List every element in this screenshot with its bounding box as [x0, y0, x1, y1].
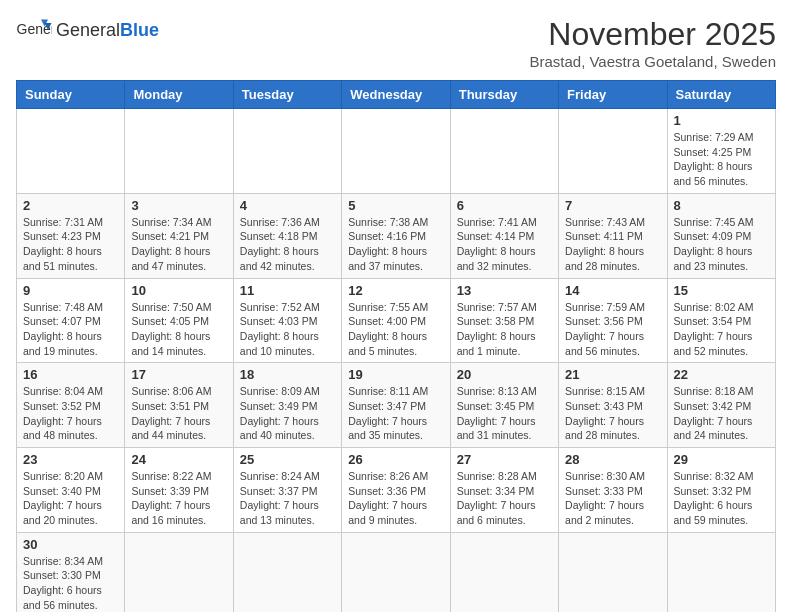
day-cell: 7Sunrise: 7:43 AM Sunset: 4:11 PM Daylig… — [559, 193, 667, 278]
day-cell: 16Sunrise: 8:04 AM Sunset: 3:52 PM Dayli… — [17, 363, 125, 448]
day-number: 16 — [23, 367, 118, 382]
day-cell: 9Sunrise: 7:48 AM Sunset: 4:07 PM Daylig… — [17, 278, 125, 363]
day-info: Sunrise: 8:30 AM Sunset: 3:33 PM Dayligh… — [565, 469, 660, 528]
week-row-6: 30Sunrise: 8:34 AM Sunset: 3:30 PM Dayli… — [17, 532, 776, 612]
day-cell: 23Sunrise: 8:20 AM Sunset: 3:40 PM Dayli… — [17, 448, 125, 533]
week-row-2: 2Sunrise: 7:31 AM Sunset: 4:23 PM Daylig… — [17, 193, 776, 278]
week-row-4: 16Sunrise: 8:04 AM Sunset: 3:52 PM Dayli… — [17, 363, 776, 448]
logo-text: GeneralBlue — [56, 20, 159, 40]
day-number: 25 — [240, 452, 335, 467]
day-info: Sunrise: 7:59 AM Sunset: 3:56 PM Dayligh… — [565, 300, 660, 359]
weekday-header-tuesday: Tuesday — [233, 81, 341, 109]
day-cell — [17, 109, 125, 194]
day-cell: 21Sunrise: 8:15 AM Sunset: 3:43 PM Dayli… — [559, 363, 667, 448]
day-info: Sunrise: 7:29 AM Sunset: 4:25 PM Dayligh… — [674, 130, 769, 189]
month-title: November 2025 — [529, 16, 776, 53]
day-cell: 11Sunrise: 7:52 AM Sunset: 4:03 PM Dayli… — [233, 278, 341, 363]
day-cell — [125, 109, 233, 194]
day-number: 26 — [348, 452, 443, 467]
day-cell: 1Sunrise: 7:29 AM Sunset: 4:25 PM Daylig… — [667, 109, 775, 194]
day-info: Sunrise: 7:57 AM Sunset: 3:58 PM Dayligh… — [457, 300, 552, 359]
day-cell: 2Sunrise: 7:31 AM Sunset: 4:23 PM Daylig… — [17, 193, 125, 278]
calendar: SundayMondayTuesdayWednesdayThursdayFrid… — [16, 80, 776, 612]
day-number: 18 — [240, 367, 335, 382]
day-number: 24 — [131, 452, 226, 467]
day-info: Sunrise: 8:22 AM Sunset: 3:39 PM Dayligh… — [131, 469, 226, 528]
weekday-header-monday: Monday — [125, 81, 233, 109]
day-cell: 18Sunrise: 8:09 AM Sunset: 3:49 PM Dayli… — [233, 363, 341, 448]
week-row-5: 23Sunrise: 8:20 AM Sunset: 3:40 PM Dayli… — [17, 448, 776, 533]
day-cell: 30Sunrise: 8:34 AM Sunset: 3:30 PM Dayli… — [17, 532, 125, 612]
day-cell: 28Sunrise: 8:30 AM Sunset: 3:33 PM Dayli… — [559, 448, 667, 533]
day-info: Sunrise: 8:28 AM Sunset: 3:34 PM Dayligh… — [457, 469, 552, 528]
day-info: Sunrise: 8:11 AM Sunset: 3:47 PM Dayligh… — [348, 384, 443, 443]
day-info: Sunrise: 8:26 AM Sunset: 3:36 PM Dayligh… — [348, 469, 443, 528]
day-number: 3 — [131, 198, 226, 213]
day-number: 9 — [23, 283, 118, 298]
day-cell: 10Sunrise: 7:50 AM Sunset: 4:05 PM Dayli… — [125, 278, 233, 363]
day-cell: 3Sunrise: 7:34 AM Sunset: 4:21 PM Daylig… — [125, 193, 233, 278]
day-cell: 24Sunrise: 8:22 AM Sunset: 3:39 PM Dayli… — [125, 448, 233, 533]
day-number: 1 — [674, 113, 769, 128]
day-number: 13 — [457, 283, 552, 298]
day-info: Sunrise: 8:32 AM Sunset: 3:32 PM Dayligh… — [674, 469, 769, 528]
day-info: Sunrise: 7:34 AM Sunset: 4:21 PM Dayligh… — [131, 215, 226, 274]
day-number: 23 — [23, 452, 118, 467]
day-cell — [342, 532, 450, 612]
day-info: Sunrise: 8:09 AM Sunset: 3:49 PM Dayligh… — [240, 384, 335, 443]
title-area: November 2025 Brastad, Vaestra Goetaland… — [529, 16, 776, 70]
day-cell — [559, 532, 667, 612]
day-number: 17 — [131, 367, 226, 382]
weekday-header-row: SundayMondayTuesdayWednesdayThursdayFrid… — [17, 81, 776, 109]
day-info: Sunrise: 7:50 AM Sunset: 4:05 PM Dayligh… — [131, 300, 226, 359]
day-cell — [559, 109, 667, 194]
day-info: Sunrise: 7:48 AM Sunset: 4:07 PM Dayligh… — [23, 300, 118, 359]
day-info: Sunrise: 7:52 AM Sunset: 4:03 PM Dayligh… — [240, 300, 335, 359]
day-info: Sunrise: 7:45 AM Sunset: 4:09 PM Dayligh… — [674, 215, 769, 274]
day-cell: 14Sunrise: 7:59 AM Sunset: 3:56 PM Dayli… — [559, 278, 667, 363]
day-cell: 20Sunrise: 8:13 AM Sunset: 3:45 PM Dayli… — [450, 363, 558, 448]
day-info: Sunrise: 7:41 AM Sunset: 4:14 PM Dayligh… — [457, 215, 552, 274]
day-info: Sunrise: 8:13 AM Sunset: 3:45 PM Dayligh… — [457, 384, 552, 443]
weekday-header-thursday: Thursday — [450, 81, 558, 109]
day-cell: 19Sunrise: 8:11 AM Sunset: 3:47 PM Dayli… — [342, 363, 450, 448]
day-info: Sunrise: 8:24 AM Sunset: 3:37 PM Dayligh… — [240, 469, 335, 528]
day-info: Sunrise: 8:02 AM Sunset: 3:54 PM Dayligh… — [674, 300, 769, 359]
day-info: Sunrise: 7:43 AM Sunset: 4:11 PM Dayligh… — [565, 215, 660, 274]
day-cell: 22Sunrise: 8:18 AM Sunset: 3:42 PM Dayli… — [667, 363, 775, 448]
week-row-1: 1Sunrise: 7:29 AM Sunset: 4:25 PM Daylig… — [17, 109, 776, 194]
logo: General GeneralBlue — [16, 16, 159, 44]
day-cell: 13Sunrise: 7:57 AM Sunset: 3:58 PM Dayli… — [450, 278, 558, 363]
day-cell — [450, 109, 558, 194]
day-number: 14 — [565, 283, 660, 298]
logo-icon: General — [16, 16, 52, 44]
day-info: Sunrise: 8:20 AM Sunset: 3:40 PM Dayligh… — [23, 469, 118, 528]
day-number: 27 — [457, 452, 552, 467]
day-cell — [233, 109, 341, 194]
day-info: Sunrise: 7:31 AM Sunset: 4:23 PM Dayligh… — [23, 215, 118, 274]
day-info: Sunrise: 8:18 AM Sunset: 3:42 PM Dayligh… — [674, 384, 769, 443]
week-row-3: 9Sunrise: 7:48 AM Sunset: 4:07 PM Daylig… — [17, 278, 776, 363]
day-info: Sunrise: 8:04 AM Sunset: 3:52 PM Dayligh… — [23, 384, 118, 443]
day-cell — [450, 532, 558, 612]
day-number: 2 — [23, 198, 118, 213]
day-cell: 8Sunrise: 7:45 AM Sunset: 4:09 PM Daylig… — [667, 193, 775, 278]
day-cell: 17Sunrise: 8:06 AM Sunset: 3:51 PM Dayli… — [125, 363, 233, 448]
day-info: Sunrise: 7:36 AM Sunset: 4:18 PM Dayligh… — [240, 215, 335, 274]
day-cell: 26Sunrise: 8:26 AM Sunset: 3:36 PM Dayli… — [342, 448, 450, 533]
day-cell: 12Sunrise: 7:55 AM Sunset: 4:00 PM Dayli… — [342, 278, 450, 363]
day-number: 30 — [23, 537, 118, 552]
header: General GeneralBlue November 2025 Brasta… — [16, 16, 776, 70]
day-info: Sunrise: 7:38 AM Sunset: 4:16 PM Dayligh… — [348, 215, 443, 274]
day-cell — [667, 532, 775, 612]
day-info: Sunrise: 8:34 AM Sunset: 3:30 PM Dayligh… — [23, 554, 118, 612]
day-cell: 6Sunrise: 7:41 AM Sunset: 4:14 PM Daylig… — [450, 193, 558, 278]
day-number: 5 — [348, 198, 443, 213]
day-info: Sunrise: 8:06 AM Sunset: 3:51 PM Dayligh… — [131, 384, 226, 443]
day-number: 10 — [131, 283, 226, 298]
weekday-header-saturday: Saturday — [667, 81, 775, 109]
day-cell: 4Sunrise: 7:36 AM Sunset: 4:18 PM Daylig… — [233, 193, 341, 278]
day-cell — [125, 532, 233, 612]
weekday-header-wednesday: Wednesday — [342, 81, 450, 109]
day-cell: 15Sunrise: 8:02 AM Sunset: 3:54 PM Dayli… — [667, 278, 775, 363]
